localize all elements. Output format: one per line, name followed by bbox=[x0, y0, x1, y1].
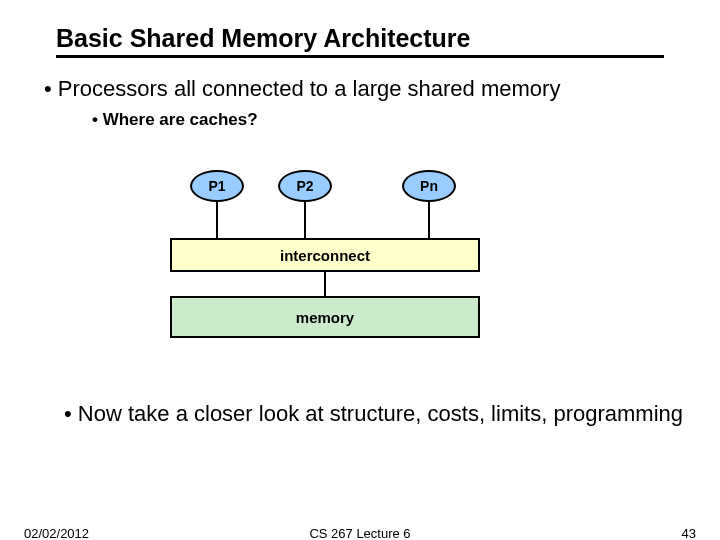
slide-title: Basic Shared Memory Architecture bbox=[56, 24, 664, 58]
connector-pn bbox=[428, 202, 430, 238]
architecture-diagram: P1 P2 Pn interconnect memory bbox=[170, 170, 550, 370]
processor-p1: P1 bbox=[190, 170, 244, 202]
connector-memory bbox=[324, 272, 326, 296]
footer-page-number: 43 bbox=[682, 526, 696, 540]
processor-pn: Pn bbox=[402, 170, 456, 202]
processor-p2: P2 bbox=[278, 170, 332, 202]
connector-p1 bbox=[216, 202, 218, 238]
interconnect-box: interconnect bbox=[170, 238, 480, 272]
footer-lecture: CS 267 Lecture 6 bbox=[0, 526, 720, 540]
bullet-closing: Now take a closer look at structure, cos… bbox=[64, 400, 684, 428]
bullet-caches: Where are caches? bbox=[92, 110, 684, 130]
memory-box: memory bbox=[170, 296, 480, 338]
bullet-processors: Processors all connected to a large shar… bbox=[44, 76, 684, 102]
connector-p2 bbox=[304, 202, 306, 238]
